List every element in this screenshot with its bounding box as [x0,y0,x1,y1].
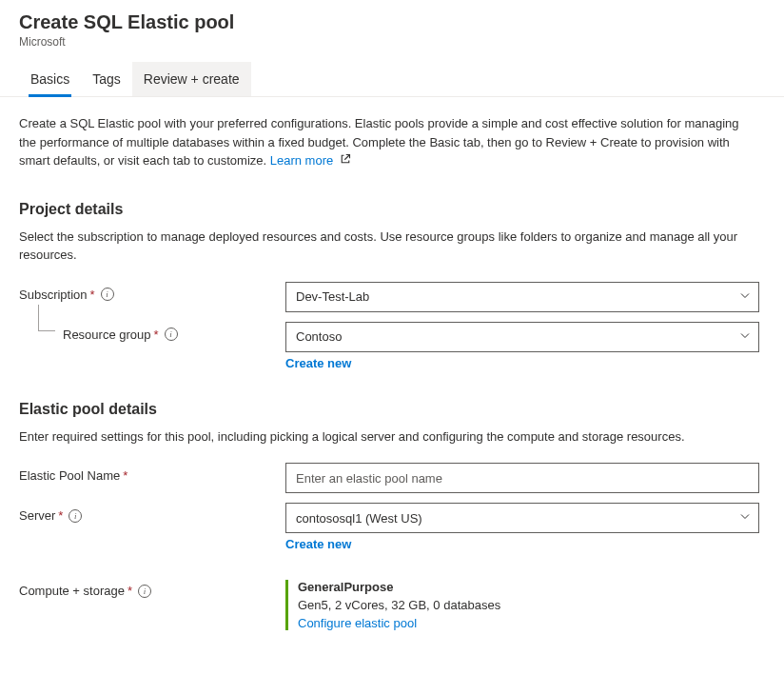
chevron-down-icon [739,511,751,526]
compute-storage-label: Compute + storage * i [19,578,285,598]
tab-bar: Basics Tags Review + create [0,62,784,97]
server-select[interactable]: contososql1 (West US) [285,503,759,533]
info-icon[interactable]: i [138,585,151,598]
project-details-title: Project details [19,201,765,218]
elastic-pool-name-label: Elastic Pool Name * [19,463,285,483]
intro-text: Create a SQL Elastic pool with your pref… [19,114,752,170]
compute-detail: Gen5, 2 vCores, 32 GB, 0 databases [298,598,759,612]
required-indicator: * [58,508,63,523]
required-indicator: * [127,584,132,598]
server-label: Server * i [19,503,285,523]
hierarchy-line-icon [38,305,55,331]
create-new-server-link[interactable]: Create new [285,537,351,551]
page-title: Create SQL Elastic pool [19,11,765,33]
elastic-pool-details-title: Elastic pool details [19,401,765,418]
chevron-down-icon [739,329,751,344]
resource-group-select[interactable]: Contoso [285,322,759,352]
subscription-label: Subscription * i [19,282,285,302]
elastic-pool-details-desc: Enter required settings for this pool, i… [19,427,742,447]
info-icon[interactable]: i [101,288,114,301]
create-new-resource-group-link[interactable]: Create new [285,356,351,370]
main-content: Create a SQL Elastic pool with your pref… [0,97,784,653]
required-indicator: * [123,468,127,483]
page-header: Create SQL Elastic pool Microsoft [0,0,784,56]
info-icon[interactable]: i [165,328,178,341]
required-indicator: * [90,288,95,302]
tab-review-create[interactable]: Review + create [132,62,251,96]
compute-tier: GeneralPurpose [298,580,759,594]
required-indicator: * [154,328,159,342]
page-subtitle: Microsoft [19,35,765,49]
tab-basics[interactable]: Basics [19,62,81,96]
configure-elastic-pool-link[interactable]: Configure elastic pool [298,616,759,630]
elastic-pool-name-input[interactable] [285,463,759,493]
subscription-select[interactable]: Dev-Test-Lab [285,282,759,312]
compute-storage-panel: GeneralPurpose Gen5, 2 vCores, 32 GB, 0 … [285,580,759,630]
external-link-icon [340,152,351,169]
info-icon[interactable]: i [69,509,82,523]
learn-more-link[interactable]: Learn more [270,153,333,168]
resource-group-label: Resource group * i [19,322,285,342]
tab-tags[interactable]: Tags [81,62,132,96]
chevron-down-icon [739,289,751,304]
project-details-desc: Select the subscription to manage deploy… [19,228,742,265]
